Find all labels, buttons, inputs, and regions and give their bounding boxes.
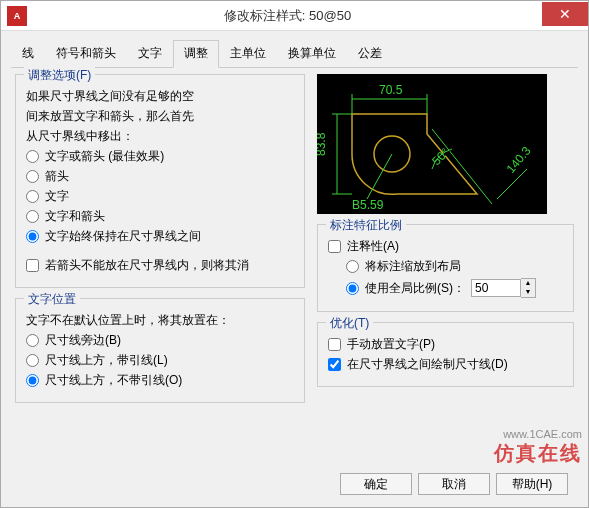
radio[interactable]: [346, 282, 359, 295]
tab-symbols-arrows[interactable]: 符号和箭头: [45, 40, 127, 68]
tab-tolerance[interactable]: 公差: [347, 40, 393, 68]
fine-tune-group: 优化(T) 手动放置文字(P) 在尺寸界线之间绘制尺寸线(D): [317, 322, 574, 387]
opt-label: 文字和箭头: [45, 208, 105, 225]
tab-line[interactable]: 线: [11, 40, 45, 68]
radio[interactable]: [346, 260, 359, 273]
fit-desc-line: 如果尺寸界线之间没有足够的空: [26, 87, 294, 105]
text-placement-group: 文字位置 文字不在默认位置上时，将其放置在： 尺寸线旁边(B) 尺寸线上方，带引…: [15, 298, 305, 403]
manual-place-check[interactable]: 手动放置文字(P): [328, 336, 563, 353]
opt-label: 注释性(A): [347, 238, 399, 255]
fit-opt-text[interactable]: 文字: [26, 188, 294, 205]
radio[interactable]: [26, 230, 39, 243]
spin-up-icon[interactable]: ▲: [521, 279, 535, 288]
preview-svg: 70.5 83.8 140.3 50° B5.59: [317, 74, 547, 214]
fit-opt-arrows[interactable]: 箭头: [26, 168, 294, 185]
tab-text[interactable]: 文字: [127, 40, 173, 68]
tp-above-leader[interactable]: 尺寸线上方，带引线(L): [26, 352, 294, 369]
dim-left: 83.8: [317, 132, 328, 156]
radio[interactable]: [26, 374, 39, 387]
fit-opt-always-inside[interactable]: 文字始终保持在尺寸界线之间: [26, 228, 294, 245]
checkbox[interactable]: [328, 358, 341, 371]
button-bar: 确定 取消 帮助(H): [340, 473, 568, 495]
annotative-check[interactable]: 注释性(A): [328, 238, 563, 255]
text-placement-desc: 文字不在默认位置上时，将其放置在：: [26, 311, 294, 329]
checkbox[interactable]: [328, 240, 341, 253]
fit-suppress-arrows-check[interactable]: 若箭头不能放在尺寸界线内，则将其消: [26, 257, 294, 274]
scale-group: 标注特征比例 注释性(A) 将标注缩放到布局 使用全局比例(S)： ▲▼: [317, 224, 574, 312]
opt-label: 文字: [45, 188, 69, 205]
left-column: 调整选项(F) 如果尺寸界线之间没有足够的空 间来放置文字和箭头，那么首先 从尺…: [15, 74, 305, 413]
spin-down-icon[interactable]: ▼: [521, 288, 535, 297]
fit-options-group: 调整选项(F) 如果尺寸界线之间没有足够的空 间来放置文字和箭头，那么首先 从尺…: [15, 74, 305, 288]
tab-strip: 线 符号和箭头 文字 调整 主单位 换算单位 公差: [11, 39, 578, 68]
help-button[interactable]: 帮助(H): [496, 473, 568, 495]
opt-label: 尺寸线上方，不带引线(O): [45, 372, 182, 389]
tab-alt-units[interactable]: 换算单位: [277, 40, 347, 68]
dim-radius: B5.59: [352, 198, 384, 212]
tab-fit[interactable]: 调整: [173, 40, 219, 68]
watermark-url: www.1CAE.com: [494, 428, 582, 440]
radio[interactable]: [26, 170, 39, 183]
opt-label: 箭头: [45, 168, 69, 185]
opt-label: 尺寸线上方，带引线(L): [45, 352, 168, 369]
global-scale-spinner[interactable]: ▲▼: [471, 278, 536, 298]
fit-opt-text-and-arrows[interactable]: 文字和箭头: [26, 208, 294, 225]
fit-desc-line: 间来放置文字和箭头，那么首先: [26, 107, 294, 125]
dim-top: 70.5: [379, 83, 403, 97]
cancel-button[interactable]: 取消: [418, 473, 490, 495]
radio[interactable]: [26, 210, 39, 223]
opt-label: 若箭头不能放在尺寸界线内，则将其消: [45, 257, 249, 274]
fit-opt-text-or-arrows[interactable]: 文字或箭头 (最佳效果): [26, 148, 294, 165]
close-button[interactable]: ✕: [542, 2, 588, 26]
radio[interactable]: [26, 190, 39, 203]
tab-primary-units[interactable]: 主单位: [219, 40, 277, 68]
opt-label: 文字或箭头 (最佳效果): [45, 148, 164, 165]
opt-label: 手动放置文字(P): [347, 336, 435, 353]
fit-options-title: 调整选项(F): [24, 67, 95, 84]
opt-label: 将标注缩放到布局: [365, 258, 461, 275]
opt-label: 使用全局比例(S)：: [365, 280, 465, 297]
fit-desc-line: 从尺寸界线中移出：: [26, 127, 294, 145]
tp-above-no-leader[interactable]: 尺寸线上方，不带引线(O): [26, 372, 294, 389]
watermark-brand: 仿真在线: [494, 440, 582, 467]
right-column: 70.5 83.8 140.3 50° B5.59 标注特征比例 注释性(A) …: [317, 74, 574, 413]
checkbox[interactable]: [26, 259, 39, 272]
tp-beside[interactable]: 尺寸线旁边(B): [26, 332, 294, 349]
radio[interactable]: [26, 150, 39, 163]
checkbox[interactable]: [328, 338, 341, 351]
ok-button[interactable]: 确定: [340, 473, 412, 495]
titlebar: A 修改标注样式: 50@50 ✕: [1, 1, 588, 31]
opt-label: 文字始终保持在尺寸界线之间: [45, 228, 201, 245]
scale-opt-global[interactable]: 使用全局比例(S)： ▲▼: [346, 278, 563, 298]
global-scale-input[interactable]: [471, 279, 521, 297]
radio[interactable]: [26, 354, 39, 367]
tab-panel: 调整选项(F) 如果尺寸界线之间没有足够的空 间来放置文字和箭头，那么首先 从尺…: [1, 68, 588, 423]
draw-dim-line-check[interactable]: 在尺寸界线之间绘制尺寸线(D): [328, 356, 563, 373]
opt-label: 尺寸线旁边(B): [45, 332, 121, 349]
text-placement-title: 文字位置: [24, 291, 80, 308]
dialog-title: 修改标注样式: 50@50: [33, 7, 542, 25]
app-icon: A: [7, 6, 27, 26]
scale-title: 标注特征比例: [326, 217, 406, 234]
watermark: www.1CAE.com 仿真在线: [494, 428, 582, 467]
radio[interactable]: [26, 334, 39, 347]
dimension-preview: 70.5 83.8 140.3 50° B5.59: [317, 74, 547, 214]
dialog-window: A 修改标注样式: 50@50 ✕ 线 符号和箭头 文字 调整 主单位 换算单位…: [0, 0, 589, 508]
scale-opt-layout[interactable]: 将标注缩放到布局: [346, 258, 563, 275]
fine-tune-title: 优化(T): [326, 315, 373, 332]
opt-label: 在尺寸界线之间绘制尺寸线(D): [347, 356, 508, 373]
